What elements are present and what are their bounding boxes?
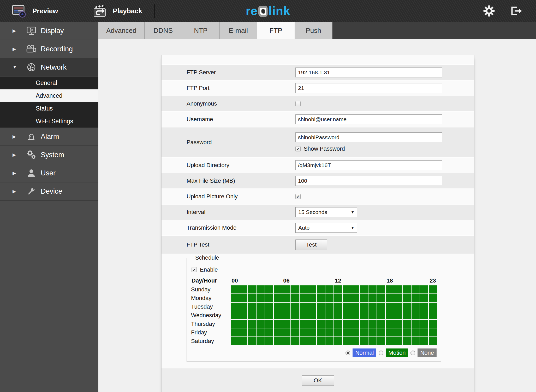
schedule-cell[interactable] xyxy=(334,303,342,311)
schedule-cell[interactable] xyxy=(386,285,394,293)
schedule-cell[interactable] xyxy=(325,311,333,319)
schedule-cell[interactable] xyxy=(343,285,351,293)
schedule-cell[interactable] xyxy=(300,303,308,311)
schedule-cell[interactable] xyxy=(412,311,420,319)
upload-picture-only-checkbox[interactable]: ✔ xyxy=(295,194,301,199)
schedule-cell[interactable] xyxy=(308,294,316,302)
schedule-cell[interactable] xyxy=(420,328,428,336)
schedule-cell[interactable] xyxy=(239,328,247,336)
schedule-cell[interactable] xyxy=(231,337,239,345)
schedule-cell[interactable] xyxy=(351,294,359,302)
schedule-cell[interactable] xyxy=(248,285,256,293)
schedule-cell[interactable] xyxy=(231,285,239,293)
schedule-cell[interactable] xyxy=(231,311,239,319)
schedule-cell[interactable] xyxy=(403,311,411,319)
schedule-cell[interactable] xyxy=(334,320,342,328)
sidebar-subitem-general[interactable]: General xyxy=(0,77,98,89)
mode-radio-none[interactable] xyxy=(410,351,415,355)
schedule-cell[interactable] xyxy=(412,328,420,336)
schedule-cell[interactable] xyxy=(429,294,437,302)
schedule-cell[interactable] xyxy=(394,311,402,319)
schedule-cell[interactable] xyxy=(257,294,265,302)
sidebar-item-device[interactable]: ▶Device xyxy=(0,182,98,201)
schedule-cell[interactable] xyxy=(300,337,308,345)
schedule-cell[interactable] xyxy=(274,311,282,319)
schedule-cell[interactable] xyxy=(282,328,290,336)
schedule-cell[interactable] xyxy=(291,328,299,336)
schedule-cell[interactable] xyxy=(325,337,333,345)
schedule-cell[interactable] xyxy=(274,328,282,336)
schedule-cell[interactable] xyxy=(274,337,282,345)
sidebar-subitem-status[interactable]: Status xyxy=(0,102,98,115)
schedule-cell[interactable] xyxy=(300,294,308,302)
schedule-cell[interactable] xyxy=(317,303,325,311)
schedule-cell[interactable] xyxy=(265,337,273,345)
schedule-cell[interactable] xyxy=(265,294,273,302)
schedule-cell[interactable] xyxy=(377,311,385,319)
schedule-cell[interactable] xyxy=(386,303,394,311)
schedule-cell[interactable] xyxy=(368,311,377,319)
schedule-cell[interactable] xyxy=(300,320,308,328)
tab-e-mail[interactable]: E-mail xyxy=(220,22,257,39)
schedule-cell[interactable] xyxy=(257,337,265,345)
schedule-cell[interactable] xyxy=(282,311,290,319)
upload-directory-input[interactable] xyxy=(295,160,442,170)
schedule-cell[interactable] xyxy=(351,311,359,319)
schedule-cell[interactable] xyxy=(317,320,325,328)
schedule-cell[interactable] xyxy=(257,285,265,293)
schedule-cell[interactable] xyxy=(300,285,308,293)
schedule-cell[interactable] xyxy=(429,337,437,345)
schedule-cell[interactable] xyxy=(239,285,247,293)
tab-ddns[interactable]: DDNS xyxy=(145,22,182,39)
schedule-cell[interactable] xyxy=(291,337,299,345)
schedule-cell[interactable] xyxy=(291,311,299,319)
schedule-cell[interactable] xyxy=(239,311,247,319)
schedule-cell[interactable] xyxy=(265,328,273,336)
schedule-cell[interactable] xyxy=(308,320,316,328)
tab-advanced[interactable]: Advanced xyxy=(98,22,145,39)
schedule-cell[interactable] xyxy=(343,337,351,345)
ok-button[interactable]: OK xyxy=(302,375,334,386)
sidebar-item-alarm[interactable]: ▶Alarm xyxy=(0,128,98,146)
password-input[interactable] xyxy=(295,132,442,142)
schedule-cell[interactable] xyxy=(334,294,342,302)
logout-icon[interactable] xyxy=(509,5,522,17)
schedule-cell[interactable] xyxy=(274,320,282,328)
schedule-cell[interactable] xyxy=(248,303,256,311)
schedule-cell[interactable] xyxy=(265,311,273,319)
schedule-cell[interactable] xyxy=(360,337,368,345)
mode-radio-normal[interactable] xyxy=(346,351,350,355)
schedule-cell[interactable] xyxy=(343,328,351,336)
schedule-cell[interactable] xyxy=(403,328,411,336)
schedule-cell[interactable] xyxy=(429,285,437,293)
schedule-cell[interactable] xyxy=(317,337,325,345)
schedule-cell[interactable] xyxy=(412,303,420,311)
schedule-cell[interactable] xyxy=(265,303,273,311)
schedule-cell[interactable] xyxy=(377,285,385,293)
schedule-cell[interactable] xyxy=(368,303,377,311)
schedule-cell[interactable] xyxy=(265,320,273,328)
schedule-cell[interactable] xyxy=(334,328,342,336)
schedule-cell[interactable] xyxy=(257,303,265,311)
transmission-mode-select[interactable]: Auto ▼ xyxy=(295,223,357,233)
schedule-cell[interactable] xyxy=(412,337,420,345)
schedule-cell[interactable] xyxy=(248,328,256,336)
schedule-cell[interactable] xyxy=(343,320,351,328)
schedule-cell[interactable] xyxy=(282,294,290,302)
schedule-cell[interactable] xyxy=(343,311,351,319)
sidebar-item-user[interactable]: ▶User xyxy=(0,164,98,182)
ftp-server-input[interactable] xyxy=(295,68,442,77)
mode-badge-normal[interactable]: Normal xyxy=(353,348,376,357)
schedule-cell[interactable] xyxy=(360,320,368,328)
schedule-cell[interactable] xyxy=(394,294,402,302)
schedule-cell[interactable] xyxy=(403,285,411,293)
schedule-cell[interactable] xyxy=(325,328,333,336)
schedule-cell[interactable] xyxy=(420,294,428,302)
schedule-cell[interactable] xyxy=(412,294,420,302)
schedule-cell[interactable] xyxy=(257,311,265,319)
schedule-cell[interactable] xyxy=(282,337,290,345)
show-password-checkbox[interactable]: ✔ xyxy=(295,146,301,151)
schedule-cell[interactable] xyxy=(386,320,394,328)
schedule-cell[interactable] xyxy=(420,303,428,311)
schedule-cell[interactable] xyxy=(394,303,402,311)
